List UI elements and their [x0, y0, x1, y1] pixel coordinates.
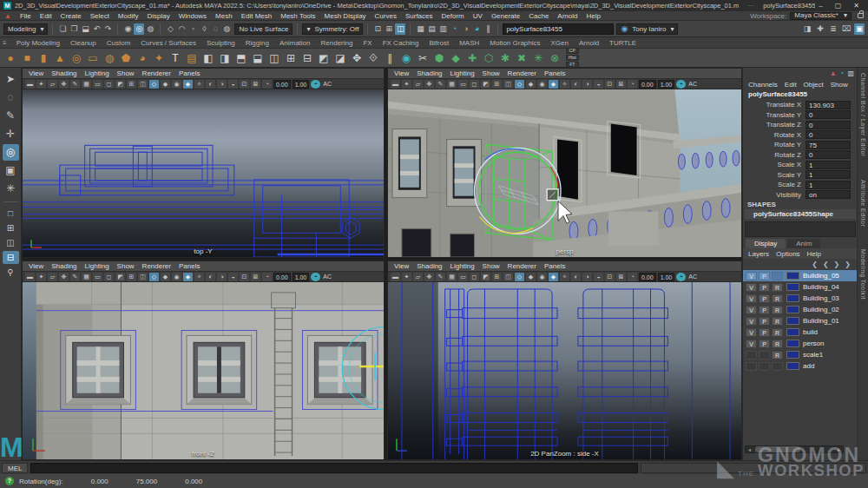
channel-attribute-value[interactable]: 0 [806, 150, 851, 159]
viewport-menu-item[interactable]: Show [483, 69, 500, 77]
channel-attribute-value[interactable]: 130.903 [806, 101, 851, 109]
ac-toggle[interactable]: AC [687, 81, 698, 87]
viewport-menu-item[interactable]: Renderer [508, 262, 536, 270]
output-connections-icon[interactable]: ⊞ [384, 23, 394, 35]
scroll-left-arrow[interactable]: ◂ [746, 446, 753, 452]
shelf-tab[interactable]: Sculpting [201, 38, 240, 48]
viewport-safe-action-icon[interactable]: ◫ [503, 273, 513, 281]
viewport-ao-icon[interactable]: ◑ [582, 80, 592, 89]
channel-box-menu-item[interactable]: Edit [785, 81, 797, 89]
speed-state-icon[interactable]: ◔ [840, 69, 845, 77]
layer-display-type-toggle[interactable]: R [772, 328, 783, 337]
shelf-tab[interactable]: MASH [454, 38, 484, 48]
save-scene-icon[interactable]: ⬓ [80, 23, 90, 35]
viewport-front[interactable]: ViewShadingLightingShowRendererPanels ▬✦… [22, 260, 385, 460]
color-management-icon[interactable]: ◓ [311, 273, 320, 281]
layer-row[interactable]: V P R Building_04 [743, 281, 858, 293]
toggle-channel-box-icon[interactable]: ▣ [854, 23, 865, 35]
close-button[interactable]: ✕ [853, 2, 859, 10]
viewport-gate-mask-icon[interactable]: ◩ [481, 273, 490, 281]
move-layer-down-icon[interactable]: ❮ [823, 260, 829, 268]
mel-language-toggle[interactable]: MEL [2, 463, 28, 473]
menu-item[interactable]: Edit Mesh [237, 12, 277, 20]
viewport-wireframe-on-shaded-icon[interactable]: ◈ [549, 273, 558, 281]
color-management-icon[interactable]: ◓ [676, 273, 686, 281]
viewport-safe-action-icon[interactable]: ◫ [138, 80, 148, 89]
viewport-resolution-gate-icon[interactable]: ◻ [470, 273, 479, 281]
viewport-isolate-icon[interactable]: ⊡ [240, 273, 249, 281]
shelf-tab[interactable]: Custom [102, 38, 136, 48]
layer-color-swatch[interactable] [786, 306, 799, 313]
viewport-grid-icon[interactable]: ▦ [82, 80, 91, 89]
channel-box-object-name[interactable]: polySurface83455 [743, 89, 858, 100]
combine-icon[interactable]: ◧ [201, 51, 215, 65]
exposure-field[interactable]: 0.00 [273, 80, 291, 89]
scrollbar-thumb[interactable] [755, 446, 800, 452]
layer-playback-toggle[interactable]: P [759, 272, 770, 280]
viewport-menu-item[interactable]: View [29, 69, 43, 77]
poly-sphere-icon[interactable]: ● [3, 51, 17, 65]
bridge-icon[interactable]: ⊟ [300, 51, 314, 65]
viewport-field-chart-icon[interactable]: ⊞ [127, 273, 136, 281]
layout-two-pane-button[interactable]: ◫ [3, 236, 19, 249]
layer-playback-toggle[interactable] [759, 351, 770, 359]
channel-box-menu-item[interactable]: Object [804, 81, 824, 89]
layer-editor-tab[interactable]: Anim [787, 239, 820, 248]
channel-attribute-row[interactable]: Rotate X 0 [743, 130, 858, 141]
platonic-solid-icon[interactable]: ⬟ [119, 51, 133, 65]
viewport-menu-item[interactable]: Renderer [142, 262, 171, 270]
menu-item[interactable]: Select [86, 12, 114, 20]
new-layer-icon[interactable]: ❯ [845, 260, 851, 268]
layer-display-type-toggle[interactable]: R [772, 351, 783, 359]
viewport-gate-mask-icon[interactable]: ◩ [115, 80, 125, 89]
viewport-film-gate-icon[interactable]: ▭ [458, 80, 468, 89]
open-scene-icon[interactable]: ❐ [69, 23, 79, 35]
menu-item[interactable]: Surfaces [401, 12, 437, 20]
viewport-shaded-icon[interactable]: ◆ [526, 273, 536, 281]
svg-icon[interactable]: ▤ [185, 51, 199, 65]
menu-item[interactable]: Generate [487, 12, 524, 20]
gamma-field[interactable]: 1.00 [293, 80, 310, 89]
sidebar-vertical-tab[interactable]: Channel Box / Layer Editor [860, 73, 866, 157]
shelf-tab[interactable]: Motion Graphics [484, 38, 545, 48]
channel-attribute-value[interactable]: on [806, 190, 851, 199]
viewport-persp[interactable]: ViewShadingLightingShowRendererPanels ▬✦… [387, 68, 742, 258]
live-surface-field[interactable]: No Live Surface [234, 23, 293, 35]
layer-playback-toggle[interactable]: P [759, 283, 770, 292]
viewport-motion-blur-icon[interactable]: ◒ [228, 273, 238, 281]
command-result-field[interactable] [641, 463, 866, 473]
viewport-resolution-gate-icon[interactable]: ◻ [104, 273, 114, 281]
viewport-2d-pan-zoom-icon[interactable]: ✥ [424, 273, 434, 281]
channel-attribute-value[interactable]: 1 [806, 181, 851, 189]
viewport-menu-item[interactable]: View [394, 262, 409, 270]
viewport-isolate-icon[interactable]: ⊡ [605, 273, 615, 281]
menu-item[interactable]: Deform [437, 12, 469, 20]
viewport-grid-icon[interactable]: ▦ [447, 80, 457, 89]
viewport-gate-mask-icon[interactable]: ◩ [481, 80, 490, 89]
shelf-tab[interactable]: XGen [546, 38, 574, 48]
poly-cylinder-icon[interactable]: ▮ [36, 51, 50, 65]
layer-row[interactable]: V P R build [743, 326, 858, 338]
viewport-bookmark-icon[interactable]: ✦ [36, 80, 46, 89]
layer-color-swatch[interactable] [786, 362, 799, 370]
layout-four-pane-button[interactable]: ⊞ [3, 221, 19, 234]
layer-color-swatch[interactable] [786, 317, 799, 325]
viewport-shadows-icon[interactable]: ◐ [206, 80, 215, 89]
viewport-isolate-icon[interactable]: ⊡ [240, 80, 249, 89]
launch-arnold-icon[interactable]: ◕ [471, 23, 482, 35]
menu-item[interactable]: UV [469, 12, 487, 20]
viewport-wireframe-icon[interactable]: ◇ [515, 80, 524, 89]
viewport-resolution-gate-icon[interactable]: ◻ [104, 80, 114, 89]
viewport-menu-item[interactable]: Panels [179, 69, 200, 77]
merge-icon[interactable]: ⊞ [284, 51, 298, 65]
viewport-isolate-icon[interactable]: ⊡ [605, 80, 615, 89]
viewport-menu-item[interactable]: Lighting [85, 69, 109, 77]
layer-display-type-toggle[interactable] [772, 272, 783, 280]
viewport-wireframe-on-shaded-icon[interactable]: ◈ [183, 273, 193, 281]
reduce-icon[interactable]: ✖ [515, 51, 529, 65]
poly-torus-icon[interactable]: ◎ [69, 51, 83, 65]
shelf-mini-button[interactable]: Hist [566, 55, 579, 61]
shelf-tab[interactable]: FX [358, 38, 377, 48]
viewport-bookmark-icon[interactable]: ✦ [402, 80, 411, 89]
new-scene-icon[interactable]: ❏ [57, 23, 68, 35]
